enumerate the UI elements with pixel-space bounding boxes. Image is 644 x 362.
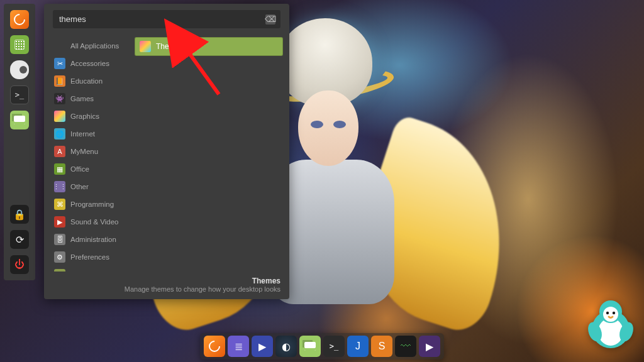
category-places[interactable]: 📁Places xyxy=(50,266,132,272)
dock-terminal-icon[interactable]: >_ xyxy=(323,336,345,357)
svg-point-4 xyxy=(603,307,618,322)
graphics-icon xyxy=(54,111,65,122)
apps-grid-icon[interactable] xyxy=(10,35,29,54)
lock-icon[interactable]: 🔒 xyxy=(10,205,29,224)
category-label: Graphics xyxy=(70,112,99,120)
category-label: Internet xyxy=(70,130,95,138)
menu-footer: Themes Manage themes to change how your … xyxy=(44,272,289,299)
dock-joplin-icon[interactable]: J xyxy=(347,336,369,357)
category-label: MyMenu xyxy=(70,148,98,155)
dock-sublime-icon[interactable]: S xyxy=(371,336,392,357)
penguin-mascot-icon xyxy=(586,299,635,353)
category-accessories[interactable]: ✂Accessories xyxy=(50,55,132,72)
dock-dashboard-icon[interactable]: ◐ xyxy=(275,336,297,357)
result-themes[interactable]: Themes xyxy=(135,37,283,56)
category-office[interactable]: ▦Office xyxy=(50,160,132,178)
category-label: Other xyxy=(70,183,89,190)
category-label: Games xyxy=(70,95,94,102)
category-administration[interactable]: 🗄Administration xyxy=(50,231,132,248)
admin-icon: 🗄 xyxy=(54,234,65,245)
category-programming[interactable]: ⌘Programming xyxy=(50,195,132,213)
globe-icon: 🌐 xyxy=(54,128,65,140)
dock-media-player-icon[interactable]: ▶ xyxy=(252,336,273,357)
restart-icon[interactable]: ⟳ xyxy=(10,230,29,249)
search-input[interactable] xyxy=(53,10,280,28)
dock-system-monitor-icon[interactable]: 〰 xyxy=(395,336,416,357)
result-label: Themes xyxy=(156,42,183,51)
category-internet[interactable]: 🌐Internet xyxy=(50,125,132,143)
toggle-icon[interactable] xyxy=(10,60,29,79)
footer-description: Manage themes to change how your desktop… xyxy=(53,285,280,293)
svg-point-6 xyxy=(613,312,615,314)
category-mymenu[interactable]: AMyMenu xyxy=(50,143,132,160)
mymenu-icon: A xyxy=(54,146,65,157)
category-label: Programming xyxy=(70,200,114,208)
dock: ≣▶◐>_JS〰▶ xyxy=(200,333,444,359)
category-education[interactable]: 📙Education xyxy=(50,72,132,90)
category-graphics[interactable]: Graphics xyxy=(50,107,132,125)
results-list: Themes xyxy=(132,35,289,272)
category-preferences[interactable]: ⚙Preferences xyxy=(50,248,132,266)
category-label: Administration xyxy=(70,236,116,243)
scissors-icon: ✂ xyxy=(54,58,65,69)
clear-search-icon[interactable]: ⌫ xyxy=(265,14,275,25)
programming-icon: ⌘ xyxy=(54,199,65,210)
application-menu: ⌫ All Applications ✂Accessories 📙Educati… xyxy=(44,4,289,299)
files-icon[interactable] xyxy=(10,111,29,129)
category-list: All Applications ✂Accessories 📙Education… xyxy=(44,35,132,272)
category-other[interactable]: ⋮⋮Other xyxy=(50,178,132,195)
power-icon[interactable]: ⏻ xyxy=(10,255,29,274)
category-label: Sound & Video xyxy=(70,218,119,226)
category-label: Office xyxy=(70,165,89,173)
book-icon: 📙 xyxy=(54,75,65,87)
office-icon: ▦ xyxy=(54,163,65,175)
play-icon: ▶ xyxy=(54,216,65,228)
dock-player2-icon[interactable]: ▶ xyxy=(419,336,440,357)
category-all-applications[interactable]: All Applications xyxy=(50,37,132,55)
dock-text-editor-icon[interactable]: ≣ xyxy=(228,336,249,357)
category-label: Preferences xyxy=(70,253,109,261)
games-icon: 👾 xyxy=(54,93,65,104)
svg-point-5 xyxy=(606,312,609,314)
dock-firefox-icon[interactable] xyxy=(204,336,225,357)
category-label: All Applications xyxy=(70,42,119,50)
category-sound-video[interactable]: ▶Sound & Video xyxy=(50,213,132,231)
themes-icon xyxy=(140,41,151,52)
firefox-icon[interactable] xyxy=(10,10,29,29)
gear-icon: ⚙ xyxy=(54,251,65,263)
category-label: Education xyxy=(70,77,103,85)
footer-title: Themes xyxy=(53,277,280,285)
dock-files-icon[interactable] xyxy=(299,336,321,357)
category-games[interactable]: 👾Games xyxy=(50,90,132,107)
side-panel: 🔒 ⟳ ⏻ xyxy=(4,4,35,280)
terminal-icon[interactable] xyxy=(10,85,29,104)
other-icon: ⋮⋮ xyxy=(54,181,65,192)
category-label: Accessories xyxy=(70,60,109,67)
